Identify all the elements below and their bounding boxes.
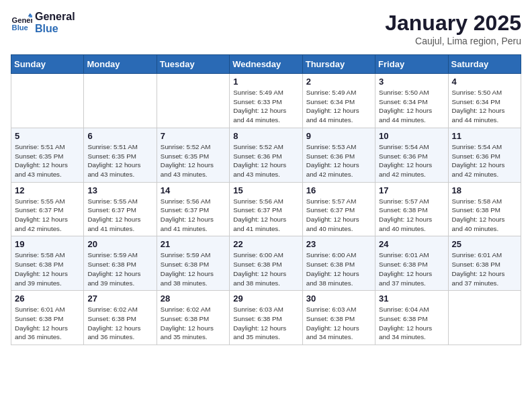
day-number: 16 bbox=[306, 185, 371, 195]
day-info: Sunrise: 5:55 AMSunset: 6:37 PMDaylight:… bbox=[87, 197, 152, 234]
day-number: 9 bbox=[306, 131, 371, 141]
day-info: Sunrise: 5:58 AMSunset: 6:38 PMDaylight:… bbox=[452, 197, 517, 234]
day-number: 28 bbox=[161, 293, 226, 304]
day-number: 22 bbox=[233, 239, 298, 249]
calendar-cell bbox=[84, 74, 157, 128]
calendar-cell bbox=[448, 291, 521, 345]
day-info: Sunrise: 5:59 AMSunset: 6:38 PMDaylight:… bbox=[161, 250, 226, 287]
day-info: Sunrise: 5:51 AMSunset: 6:35 PMDaylight:… bbox=[15, 142, 80, 179]
col-header-thursday: Thursday bbox=[302, 55, 375, 74]
calendar-cell: 1Sunrise: 5:49 AMSunset: 6:33 PMDaylight… bbox=[230, 74, 302, 128]
col-header-wednesday: Wednesday bbox=[230, 55, 302, 74]
calendar-header-row: SundayMondayTuesdayWednesdayThursdayFrid… bbox=[11, 55, 521, 74]
day-info: Sunrise: 6:00 AMSunset: 6:38 PMDaylight:… bbox=[306, 250, 371, 287]
day-number: 24 bbox=[379, 239, 444, 249]
calendar-cell: 27Sunrise: 6:02 AMSunset: 6:38 PMDayligh… bbox=[84, 291, 157, 345]
day-number: 8 bbox=[233, 131, 298, 141]
day-info: Sunrise: 5:57 AMSunset: 6:38 PMDaylight:… bbox=[379, 197, 444, 234]
day-number: 21 bbox=[161, 239, 226, 249]
day-info: Sunrise: 5:50 AMSunset: 6:34 PMDaylight:… bbox=[379, 88, 444, 125]
page-header: General Blue General Blue January 2025 C… bbox=[11, 11, 521, 46]
day-info: Sunrise: 5:54 AMSunset: 6:36 PMDaylight:… bbox=[452, 142, 517, 179]
day-number: 25 bbox=[452, 239, 517, 249]
day-info: Sunrise: 6:01 AMSunset: 6:38 PMDaylight:… bbox=[15, 305, 80, 342]
day-number: 30 bbox=[306, 293, 371, 304]
calendar-week-row: 1Sunrise: 5:49 AMSunset: 6:33 PMDaylight… bbox=[11, 74, 521, 128]
day-info: Sunrise: 5:58 AMSunset: 6:38 PMDaylight:… bbox=[15, 250, 80, 287]
day-info: Sunrise: 5:55 AMSunset: 6:37 PMDaylight:… bbox=[15, 197, 80, 234]
calendar-cell: 9Sunrise: 5:53 AMSunset: 6:36 PMDaylight… bbox=[302, 128, 375, 182]
calendar-week-row: 19Sunrise: 5:58 AMSunset: 6:38 PMDayligh… bbox=[11, 236, 521, 291]
calendar-week-row: 12Sunrise: 5:55 AMSunset: 6:37 PMDayligh… bbox=[11, 182, 521, 236]
col-header-tuesday: Tuesday bbox=[157, 55, 229, 74]
day-number: 20 bbox=[87, 239, 152, 249]
day-number: 6 bbox=[87, 131, 152, 141]
day-info: Sunrise: 6:01 AMSunset: 6:38 PMDaylight:… bbox=[452, 250, 517, 287]
logo-icon: General Blue bbox=[11, 12, 32, 34]
calendar-cell: 15Sunrise: 5:56 AMSunset: 6:37 PMDayligh… bbox=[230, 182, 302, 236]
calendar-cell: 29Sunrise: 6:03 AMSunset: 6:38 PMDayligh… bbox=[230, 291, 302, 345]
day-number: 10 bbox=[379, 131, 444, 141]
day-number: 29 bbox=[233, 293, 298, 304]
col-header-saturday: Saturday bbox=[448, 55, 521, 74]
day-info: Sunrise: 5:49 AMSunset: 6:33 PMDaylight:… bbox=[233, 88, 298, 125]
day-info: Sunrise: 5:49 AMSunset: 6:34 PMDaylight:… bbox=[306, 88, 371, 125]
calendar-cell: 11Sunrise: 5:54 AMSunset: 6:36 PMDayligh… bbox=[448, 128, 521, 182]
calendar-cell: 13Sunrise: 5:55 AMSunset: 6:37 PMDayligh… bbox=[84, 182, 157, 236]
day-info: Sunrise: 5:59 AMSunset: 6:38 PMDaylight:… bbox=[87, 250, 152, 287]
day-info: Sunrise: 5:53 AMSunset: 6:36 PMDaylight:… bbox=[306, 142, 371, 179]
day-info: Sunrise: 6:01 AMSunset: 6:38 PMDaylight:… bbox=[379, 250, 444, 287]
day-number: 19 bbox=[15, 239, 80, 249]
calendar-cell bbox=[157, 74, 229, 128]
calendar-cell: 7Sunrise: 5:52 AMSunset: 6:35 PMDaylight… bbox=[157, 128, 229, 182]
day-number: 12 bbox=[15, 185, 80, 195]
calendar-cell: 21Sunrise: 5:59 AMSunset: 6:38 PMDayligh… bbox=[157, 236, 229, 291]
location-subtitle: Caujul, Lima region, Peru bbox=[385, 36, 521, 46]
day-number: 13 bbox=[87, 185, 152, 195]
day-number: 7 bbox=[161, 131, 226, 141]
calendar-cell: 26Sunrise: 6:01 AMSunset: 6:38 PMDayligh… bbox=[11, 291, 84, 345]
calendar-cell: 24Sunrise: 6:01 AMSunset: 6:38 PMDayligh… bbox=[375, 236, 448, 291]
calendar-cell bbox=[11, 74, 84, 128]
calendar-cell: 31Sunrise: 6:04 AMSunset: 6:38 PMDayligh… bbox=[375, 291, 448, 345]
logo-line1: General bbox=[35, 11, 75, 23]
day-number: 3 bbox=[379, 77, 444, 87]
calendar-cell: 17Sunrise: 5:57 AMSunset: 6:38 PMDayligh… bbox=[375, 182, 448, 236]
logo: General Blue General Blue bbox=[11, 11, 75, 36]
day-info: Sunrise: 5:54 AMSunset: 6:36 PMDaylight:… bbox=[379, 142, 444, 179]
calendar-cell: 10Sunrise: 5:54 AMSunset: 6:36 PMDayligh… bbox=[375, 128, 448, 182]
calendar-cell: 2Sunrise: 5:49 AMSunset: 6:34 PMDaylight… bbox=[302, 74, 375, 128]
day-number: 17 bbox=[379, 185, 444, 195]
day-number: 26 bbox=[15, 293, 80, 304]
svg-text:Blue: Blue bbox=[12, 24, 28, 32]
calendar-cell: 20Sunrise: 5:59 AMSunset: 6:38 PMDayligh… bbox=[84, 236, 157, 291]
calendar-cell: 16Sunrise: 5:57 AMSunset: 6:37 PMDayligh… bbox=[302, 182, 375, 236]
calendar-cell: 23Sunrise: 6:00 AMSunset: 6:38 PMDayligh… bbox=[302, 236, 375, 291]
day-number: 2 bbox=[306, 77, 371, 87]
calendar-cell: 6Sunrise: 5:51 AMSunset: 6:35 PMDaylight… bbox=[84, 128, 157, 182]
title-section: January 2025 Caujul, Lima region, Peru bbox=[385, 11, 521, 46]
day-info: Sunrise: 5:52 AMSunset: 6:36 PMDaylight:… bbox=[233, 142, 298, 179]
calendar-cell: 8Sunrise: 5:52 AMSunset: 6:36 PMDaylight… bbox=[230, 128, 302, 182]
calendar-cell: 22Sunrise: 6:00 AMSunset: 6:38 PMDayligh… bbox=[230, 236, 302, 291]
day-info: Sunrise: 5:56 AMSunset: 6:37 PMDaylight:… bbox=[233, 197, 298, 234]
day-info: Sunrise: 5:50 AMSunset: 6:34 PMDaylight:… bbox=[452, 88, 517, 125]
day-info: Sunrise: 5:57 AMSunset: 6:37 PMDaylight:… bbox=[306, 197, 371, 234]
calendar-cell: 30Sunrise: 6:03 AMSunset: 6:38 PMDayligh… bbox=[302, 291, 375, 345]
day-number: 18 bbox=[452, 185, 517, 195]
day-info: Sunrise: 6:02 AMSunset: 6:38 PMDaylight:… bbox=[87, 305, 152, 342]
col-header-sunday: Sunday bbox=[11, 55, 84, 74]
calendar-cell: 14Sunrise: 5:56 AMSunset: 6:37 PMDayligh… bbox=[157, 182, 229, 236]
calendar-week-row: 26Sunrise: 6:01 AMSunset: 6:38 PMDayligh… bbox=[11, 291, 521, 345]
day-info: Sunrise: 5:56 AMSunset: 6:37 PMDaylight:… bbox=[161, 197, 226, 234]
day-info: Sunrise: 5:51 AMSunset: 6:35 PMDaylight:… bbox=[87, 142, 152, 179]
calendar-cell: 18Sunrise: 5:58 AMSunset: 6:38 PMDayligh… bbox=[448, 182, 521, 236]
day-info: Sunrise: 6:00 AMSunset: 6:38 PMDaylight:… bbox=[233, 250, 298, 287]
calendar-table: SundayMondayTuesdayWednesdayThursdayFrid… bbox=[11, 54, 521, 345]
col-header-friday: Friday bbox=[375, 55, 448, 74]
calendar-week-row: 5Sunrise: 5:51 AMSunset: 6:35 PMDaylight… bbox=[11, 128, 521, 182]
day-info: Sunrise: 6:02 AMSunset: 6:38 PMDaylight:… bbox=[161, 305, 226, 342]
day-number: 1 bbox=[233, 77, 298, 87]
day-number: 31 bbox=[379, 293, 444, 304]
calendar-cell: 4Sunrise: 5:50 AMSunset: 6:34 PMDaylight… bbox=[448, 74, 521, 128]
